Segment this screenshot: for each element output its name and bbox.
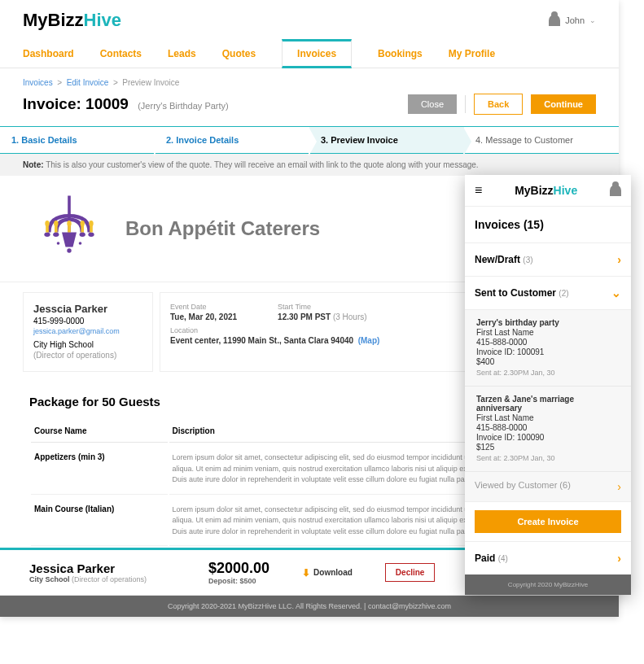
svg-point-4	[80, 233, 85, 237]
nav-dashboard[interactable]: Dashboard	[23, 42, 74, 66]
contact-role: (Director of operations)	[33, 351, 142, 360]
svg-point-17	[81, 221, 85, 226]
contact-org: City High School	[33, 340, 142, 349]
create-invoice-button[interactable]: Create Invoice	[475, 510, 621, 533]
step-4[interactable]: 4. Message to Customer	[464, 127, 619, 153]
mobile-header: ≡ MyBizzHive	[465, 175, 631, 207]
nav-profile[interactable]: My Profile	[449, 42, 495, 66]
close-button[interactable]: Close	[408, 94, 457, 114]
company-logo-chandelier-icon	[33, 192, 106, 265]
step-1[interactable]: 1. Basic Details	[0, 127, 155, 153]
totals-customer: Jessica Parker City School (Director of …	[29, 561, 176, 583]
chevron-right-icon: ›	[617, 253, 621, 266]
event-card: Event DateTue, Mar 20, 2021 Start Time12…	[160, 292, 484, 372]
accordion-paid[interactable]: Paid (4) ›	[465, 541, 631, 574]
step-2[interactable]: 2. Invoice Details	[155, 127, 309, 153]
contact-email[interactable]: jessica.parker@gmail.com	[33, 327, 142, 335]
create-wrap: Create Invoice	[465, 501, 631, 541]
chevron-down-icon: ⌄	[611, 286, 621, 299]
svg-point-1	[44, 233, 50, 237]
main-nav: Dashboard Contacts Leads Quotes Invoices…	[0, 39, 619, 68]
nav-contacts[interactable]: Contacts	[100, 42, 142, 66]
download-button[interactable]: ⬇Download	[302, 567, 353, 579]
sent-body: Jerry's birthday party First Last Name 4…	[465, 309, 631, 501]
accordion-new[interactable]: New/Draft (3) ›	[465, 242, 631, 276]
invoice-item[interactable]: Tarzen & Jane's marriage anniversary Fir…	[465, 387, 631, 472]
svg-point-2	[53, 233, 59, 237]
nav-bookings[interactable]: Bookings	[378, 42, 423, 66]
user-icon	[549, 15, 560, 26]
action-buttons: Close Back Continue	[408, 94, 596, 115]
mobile-view: ≡ MyBizzHive Invoices (15) New/Draft (3)…	[465, 175, 631, 595]
header: MyBizzHive John ⌄	[0, 0, 619, 31]
accordion-sent[interactable]: Sent to Customer (2) ⌄	[465, 276, 631, 309]
crumb-invoices[interactable]: Invoices	[23, 78, 53, 87]
invoice-item[interactable]: Jerry's birthday party First Last Name 4…	[465, 310, 631, 387]
map-link[interactable]: (Map)	[358, 336, 380, 345]
chevron-down-icon: ⌄	[589, 16, 596, 24]
crumb-edit[interactable]: Edit Invoice	[67, 78, 109, 87]
svg-point-6	[67, 248, 71, 252]
nav-leads[interactable]: Leads	[168, 42, 196, 66]
mobile-footer: Copyright 2020 MyBizzHive	[465, 574, 631, 595]
company-name: Bon Appétit Caterers	[125, 217, 320, 240]
separator	[465, 95, 466, 113]
svg-point-18	[89, 221, 93, 226]
chevron-right-icon: ›	[617, 552, 621, 565]
contact-card: Jesscia Parker 415-999-0000 jessica.park…	[23, 292, 153, 372]
svg-point-8	[79, 242, 82, 245]
nav-invoices[interactable]: Invoices	[282, 39, 352, 68]
chevron-right-icon: ›	[617, 480, 621, 493]
user-icon[interactable]	[610, 185, 621, 196]
breadcrumb: Invoices > Edit Invoice > Preview Invoic…	[0, 68, 619, 92]
title-row: Invoice: 10009 (Jerry's Birthday Party) …	[0, 92, 619, 126]
stepper: 1. Basic Details 2. Invoice Details 3. P…	[0, 126, 619, 154]
note-bar: Note: This is also your customer's view …	[0, 154, 619, 176]
totals-amount: $2000.00 Deposit: $500	[208, 560, 269, 585]
download-icon: ⬇	[302, 567, 310, 579]
mobile-title: Invoices (15)	[465, 207, 631, 242]
back-button[interactable]: Back	[474, 94, 523, 115]
nav-quotes[interactable]: Quotes	[222, 42, 256, 66]
page-title: Invoice: 10009 (Jerry's Birthday Party)	[23, 95, 229, 113]
svg-point-5	[88, 233, 94, 237]
user-name: John	[565, 15, 585, 25]
footer: Copyright 2020-2021 MyBizzHive LLC. All …	[0, 596, 619, 617]
crumb-current: Preview Invoice	[122, 78, 179, 87]
logo: MyBizzHive	[23, 10, 121, 31]
decline-button[interactable]: Decline	[385, 563, 436, 582]
accordion-viewed[interactable]: Viewed by Customer (6) ›	[465, 472, 631, 501]
svg-point-16	[67, 221, 71, 226]
user-menu[interactable]: John ⌄	[549, 15, 596, 26]
contact-phone: 415-999-0000	[33, 317, 142, 325]
svg-point-7	[57, 242, 60, 245]
svg-point-15	[54, 221, 58, 226]
continue-button[interactable]: Continue	[531, 94, 596, 114]
mobile-logo: MyBizzHive	[515, 184, 577, 197]
svg-point-14	[45, 221, 49, 226]
step-3[interactable]: 3. Preview Invoice	[309, 127, 464, 153]
contact-name: Jesscia Parker	[33, 303, 142, 315]
menu-icon[interactable]: ≡	[475, 183, 482, 198]
